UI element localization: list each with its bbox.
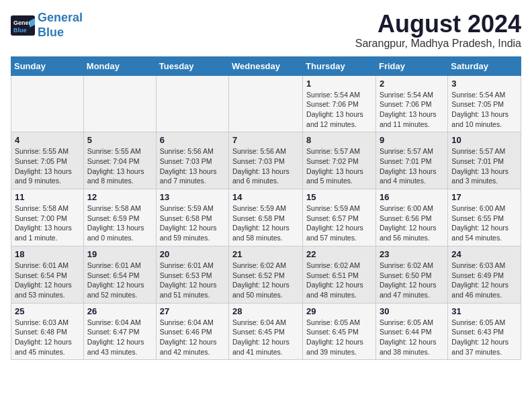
day-detail: Sunrise: 5:58 AMSunset: 7:00 PMDaylight:… bbox=[15, 203, 80, 243]
day-detail: Sunrise: 5:56 AMSunset: 7:03 PMDaylight:… bbox=[232, 146, 299, 186]
day-detail: Sunrise: 6:05 AMSunset: 6:43 PMDaylight:… bbox=[451, 318, 517, 357]
day-cell bbox=[156, 75, 228, 132]
day-cell: 20Sunrise: 6:01 AMSunset: 6:53 PMDayligh… bbox=[156, 246, 228, 303]
day-number: 28 bbox=[232, 306, 299, 316]
day-detail: Sunrise: 6:02 AMSunset: 6:51 PMDaylight:… bbox=[306, 261, 372, 300]
day-number: 29 bbox=[306, 306, 372, 316]
day-number: 2 bbox=[380, 79, 444, 89]
month-year-title: August 2024 bbox=[355, 11, 521, 38]
page-header: General Blue General Blue August 2024 Sa… bbox=[11, 11, 521, 50]
day-detail: Sunrise: 6:01 AMSunset: 6:54 PMDaylight:… bbox=[15, 261, 80, 300]
day-cell: 13Sunrise: 5:59 AMSunset: 6:58 PMDayligh… bbox=[156, 189, 228, 246]
day-number: 13 bbox=[160, 192, 225, 202]
day-number: 6 bbox=[160, 135, 225, 145]
day-number: 10 bbox=[451, 135, 517, 145]
week-row-1: 1Sunrise: 5:54 AMSunset: 7:06 PMDaylight… bbox=[11, 75, 521, 132]
day-detail: Sunrise: 5:56 AMSunset: 7:03 PMDaylight:… bbox=[160, 146, 225, 186]
day-detail: Sunrise: 6:05 AMSunset: 6:44 PMDaylight:… bbox=[380, 318, 444, 357]
week-row-2: 4Sunrise: 5:55 AMSunset: 7:05 PMDaylight… bbox=[11, 132, 521, 189]
day-cell: 11Sunrise: 5:58 AMSunset: 7:00 PMDayligh… bbox=[11, 189, 84, 246]
day-cell: 9Sunrise: 5:57 AMSunset: 7:01 PMDaylight… bbox=[375, 132, 447, 189]
week-row-5: 25Sunrise: 6:03 AMSunset: 6:48 PMDayligh… bbox=[11, 303, 521, 360]
day-number: 5 bbox=[87, 135, 152, 145]
day-detail: Sunrise: 6:03 AMSunset: 6:49 PMDaylight:… bbox=[451, 261, 517, 300]
day-number: 27 bbox=[160, 306, 225, 316]
day-detail: Sunrise: 5:59 AMSunset: 6:57 PMDaylight:… bbox=[306, 203, 372, 243]
week-row-3: 11Sunrise: 5:58 AMSunset: 7:00 PMDayligh… bbox=[11, 189, 521, 246]
day-number: 31 bbox=[451, 306, 517, 316]
day-cell: 29Sunrise: 6:05 AMSunset: 6:45 PMDayligh… bbox=[303, 303, 376, 360]
day-cell: 7Sunrise: 5:56 AMSunset: 7:03 PMDaylight… bbox=[229, 132, 303, 189]
day-cell: 27Sunrise: 6:04 AMSunset: 6:46 PMDayligh… bbox=[156, 303, 228, 360]
day-detail: Sunrise: 6:02 AMSunset: 6:52 PMDaylight:… bbox=[232, 261, 299, 300]
day-cell: 3Sunrise: 5:54 AMSunset: 7:05 PMDaylight… bbox=[448, 75, 521, 132]
day-cell: 24Sunrise: 6:03 AMSunset: 6:49 PMDayligh… bbox=[448, 246, 521, 303]
day-detail: Sunrise: 5:59 AMSunset: 6:58 PMDaylight:… bbox=[232, 203, 299, 243]
day-cell: 21Sunrise: 6:02 AMSunset: 6:52 PMDayligh… bbox=[229, 246, 303, 303]
day-number: 15 bbox=[306, 192, 372, 202]
day-cell: 8Sunrise: 5:57 AMSunset: 7:02 PMDaylight… bbox=[303, 132, 376, 189]
day-detail: Sunrise: 5:55 AMSunset: 7:04 PMDaylight:… bbox=[87, 146, 152, 186]
day-number: 17 bbox=[451, 192, 517, 202]
day-detail: Sunrise: 5:55 AMSunset: 7:05 PMDaylight:… bbox=[15, 146, 80, 186]
day-detail: Sunrise: 6:01 AMSunset: 6:54 PMDaylight:… bbox=[87, 261, 152, 300]
header-cell-wednesday: Wednesday bbox=[229, 56, 303, 75]
svg-text:Blue: Blue bbox=[13, 27, 27, 34]
day-cell: 16Sunrise: 6:00 AMSunset: 6:56 PMDayligh… bbox=[375, 189, 447, 246]
day-cell: 1Sunrise: 5:54 AMSunset: 7:06 PMDaylight… bbox=[303, 75, 376, 132]
day-number: 23 bbox=[380, 249, 444, 259]
day-number: 19 bbox=[87, 249, 152, 259]
calendar-body: 1Sunrise: 5:54 AMSunset: 7:06 PMDaylight… bbox=[11, 75, 521, 360]
day-cell: 31Sunrise: 6:05 AMSunset: 6:43 PMDayligh… bbox=[448, 303, 521, 360]
day-detail: Sunrise: 5:54 AMSunset: 7:06 PMDaylight:… bbox=[380, 90, 444, 130]
day-detail: Sunrise: 6:01 AMSunset: 6:53 PMDaylight:… bbox=[160, 261, 225, 300]
day-number: 7 bbox=[232, 135, 299, 145]
day-number: 12 bbox=[87, 192, 152, 202]
day-cell: 25Sunrise: 6:03 AMSunset: 6:48 PMDayligh… bbox=[11, 303, 84, 360]
day-cell: 28Sunrise: 6:04 AMSunset: 6:45 PMDayligh… bbox=[229, 303, 303, 360]
calendar-table: SundayMondayTuesdayWednesdayThursdayFrid… bbox=[11, 56, 521, 361]
day-cell bbox=[83, 75, 156, 132]
day-cell: 30Sunrise: 6:05 AMSunset: 6:44 PMDayligh… bbox=[375, 303, 447, 360]
day-detail: Sunrise: 5:59 AMSunset: 6:58 PMDaylight:… bbox=[160, 203, 225, 243]
day-cell: 6Sunrise: 5:56 AMSunset: 7:03 PMDaylight… bbox=[156, 132, 228, 189]
day-number: 11 bbox=[15, 192, 80, 202]
day-cell: 14Sunrise: 5:59 AMSunset: 6:58 PMDayligh… bbox=[229, 189, 303, 246]
title-area: August 2024 Sarangpur, Madhya Pradesh, I… bbox=[355, 11, 521, 50]
day-number: 8 bbox=[306, 135, 372, 145]
header-cell-monday: Monday bbox=[83, 56, 156, 75]
week-row-4: 18Sunrise: 6:01 AMSunset: 6:54 PMDayligh… bbox=[11, 246, 521, 303]
day-detail: Sunrise: 5:54 AMSunset: 7:05 PMDaylight:… bbox=[451, 90, 517, 130]
day-number: 26 bbox=[87, 306, 152, 316]
location-subtitle: Sarangpur, Madhya Pradesh, India bbox=[355, 38, 521, 50]
day-cell: 26Sunrise: 6:04 AMSunset: 6:47 PMDayligh… bbox=[83, 303, 156, 360]
header-cell-saturday: Saturday bbox=[448, 56, 521, 75]
day-cell: 19Sunrise: 6:01 AMSunset: 6:54 PMDayligh… bbox=[83, 246, 156, 303]
day-detail: Sunrise: 5:57 AMSunset: 7:01 PMDaylight:… bbox=[380, 146, 444, 186]
day-number: 14 bbox=[232, 192, 299, 202]
day-detail: Sunrise: 5:58 AMSunset: 6:59 PMDaylight:… bbox=[87, 203, 152, 243]
day-number: 22 bbox=[306, 249, 372, 259]
day-cell: 18Sunrise: 6:01 AMSunset: 6:54 PMDayligh… bbox=[11, 246, 84, 303]
day-detail: Sunrise: 6:04 AMSunset: 6:47 PMDaylight:… bbox=[87, 318, 152, 357]
day-cell: 12Sunrise: 5:58 AMSunset: 6:59 PMDayligh… bbox=[83, 189, 156, 246]
day-cell bbox=[11, 75, 84, 132]
day-cell: 22Sunrise: 6:02 AMSunset: 6:51 PMDayligh… bbox=[303, 246, 376, 303]
header-cell-thursday: Thursday bbox=[303, 56, 376, 75]
day-detail: Sunrise: 5:57 AMSunset: 7:01 PMDaylight:… bbox=[451, 146, 517, 186]
day-number: 21 bbox=[232, 249, 299, 259]
day-cell: 10Sunrise: 5:57 AMSunset: 7:01 PMDayligh… bbox=[448, 132, 521, 189]
day-number: 4 bbox=[15, 135, 80, 145]
header-row: SundayMondayTuesdayWednesdayThursdayFrid… bbox=[11, 56, 521, 75]
day-number: 9 bbox=[380, 135, 444, 145]
logo: General Blue General Blue bbox=[11, 11, 83, 40]
day-detail: Sunrise: 5:54 AMSunset: 7:06 PMDaylight:… bbox=[306, 90, 372, 130]
day-cell: 17Sunrise: 6:00 AMSunset: 6:55 PMDayligh… bbox=[448, 189, 521, 246]
day-detail: Sunrise: 6:05 AMSunset: 6:45 PMDaylight:… bbox=[306, 318, 372, 357]
day-detail: Sunrise: 5:57 AMSunset: 7:02 PMDaylight:… bbox=[306, 146, 372, 186]
day-cell: 5Sunrise: 5:55 AMSunset: 7:04 PMDaylight… bbox=[83, 132, 156, 189]
day-number: 3 bbox=[451, 79, 517, 89]
day-detail: Sunrise: 6:04 AMSunset: 6:45 PMDaylight:… bbox=[232, 318, 299, 357]
day-cell bbox=[229, 75, 303, 132]
day-detail: Sunrise: 6:03 AMSunset: 6:48 PMDaylight:… bbox=[15, 318, 80, 357]
